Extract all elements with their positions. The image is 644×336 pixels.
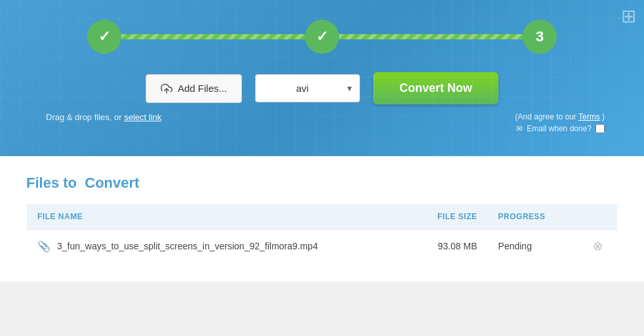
table-header-row: FILE NAME FILE SIZE PROGRESS — [27, 204, 618, 230]
file-size-cell: 93.08 MB — [395, 230, 488, 263]
section-title: Files to Convert — [26, 175, 618, 192]
select-link[interactable]: select link — [124, 112, 161, 122]
progress-cell: Pending — [488, 230, 580, 263]
col-header-action — [580, 204, 617, 230]
email-checkbox[interactable] — [595, 124, 605, 133]
controls-row: Add Files... avi mp4 mov mkv wmv flv web… — [39, 72, 605, 104]
format-select-wrapper: avi mp4 mov mkv wmv flv webm ▼ — [255, 74, 360, 102]
step-connector-1 — [121, 34, 305, 39]
steps-container: ✓ ✓ 3 — [39, 20, 605, 54]
file-name-cell: 📎 3_fun_ways_to_use_split_screens_in_ver… — [27, 230, 395, 263]
main-content: Files to Convert FILE NAME FILE SIZE PRO… — [0, 156, 644, 282]
step-2: ✓ — [305, 20, 339, 54]
right-info: (And agree to our Terms ) ✉ Email when d… — [515, 112, 605, 133]
step-1: ✓ — [87, 20, 121, 54]
step-3: 3 — [523, 20, 557, 54]
terms-link[interactable]: Terms — [578, 112, 600, 121]
files-table: FILE NAME FILE SIZE PROGRESS 📎 3_fun_way… — [26, 203, 618, 263]
filename-text: 3_fun_ways_to_use_split_screens_in_versi… — [57, 241, 318, 251]
agree-text: (And agree to our Terms ) — [515, 112, 605, 121]
convert-now-button[interactable]: Convert Now — [373, 72, 498, 104]
format-select[interactable]: avi mp4 mov mkv wmv flv webm — [255, 74, 360, 102]
upload-icon — [161, 83, 172, 94]
col-header-filesize: FILE SIZE — [395, 204, 488, 230]
table-row: 📎 3_fun_ways_to_use_split_screens_in_ver… — [27, 230, 618, 263]
drag-drop-text: Drag & drop files, or select link — [39, 112, 161, 122]
col-header-filename: FILE NAME — [27, 204, 395, 230]
email-icon: ✉ — [516, 124, 523, 133]
banner: ⊞ ✓ ✓ 3 Add Files... avi mp4 mo — [0, 0, 644, 156]
step-connector-2 — [339, 34, 523, 39]
corner-icon: ⊞ — [621, 5, 636, 27]
add-files-button[interactable]: Add Files... — [146, 74, 242, 103]
col-header-progress: PROGRESS — [488, 204, 580, 230]
paperclip-icon: 📎 — [37, 240, 50, 253]
controls-info: Drag & drop files, or select link (And a… — [39, 112, 605, 133]
email-row: ✉ Email when done? — [515, 124, 605, 133]
remove-file-button[interactable]: ⊗ — [590, 239, 605, 253]
remove-cell: ⊗ — [580, 230, 617, 263]
